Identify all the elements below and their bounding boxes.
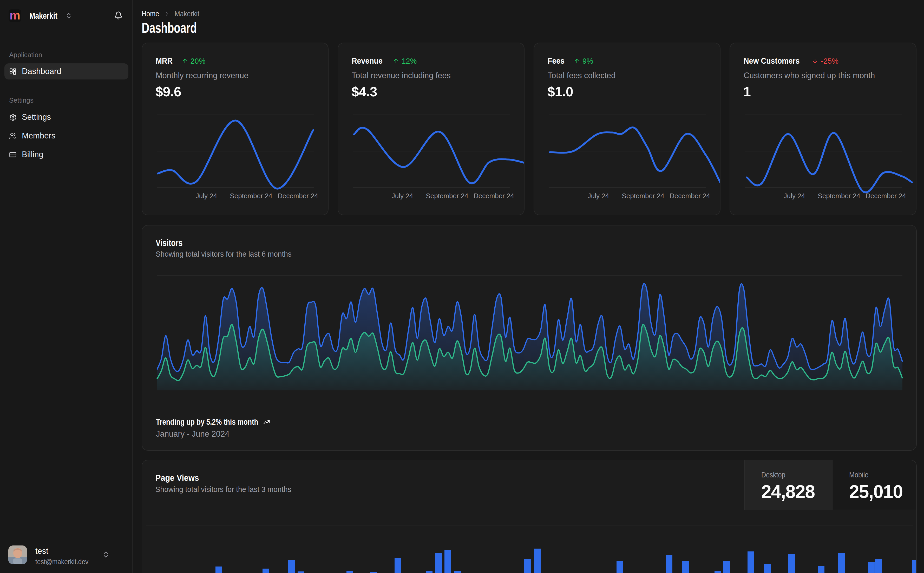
svg-text:December 24: December 24 — [278, 192, 318, 200]
svg-text:July 24: July 24 — [784, 192, 805, 200]
svg-text:December 24: December 24 — [670, 192, 710, 200]
svg-text:m: m — [9, 9, 20, 22]
svg-text:July 24: July 24 — [392, 192, 413, 200]
svg-text:July 24: July 24 — [196, 192, 217, 200]
svg-text:September 24: September 24 — [230, 192, 272, 200]
svg-text:December 24: December 24 — [474, 192, 514, 200]
svg-text:July 24: July 24 — [588, 192, 609, 200]
svg-text:December 24: December 24 — [866, 192, 906, 200]
svg-text:September 24: September 24 — [426, 192, 468, 200]
svg-text:September 24: September 24 — [818, 192, 860, 200]
svg-text:September 24: September 24 — [622, 192, 664, 200]
